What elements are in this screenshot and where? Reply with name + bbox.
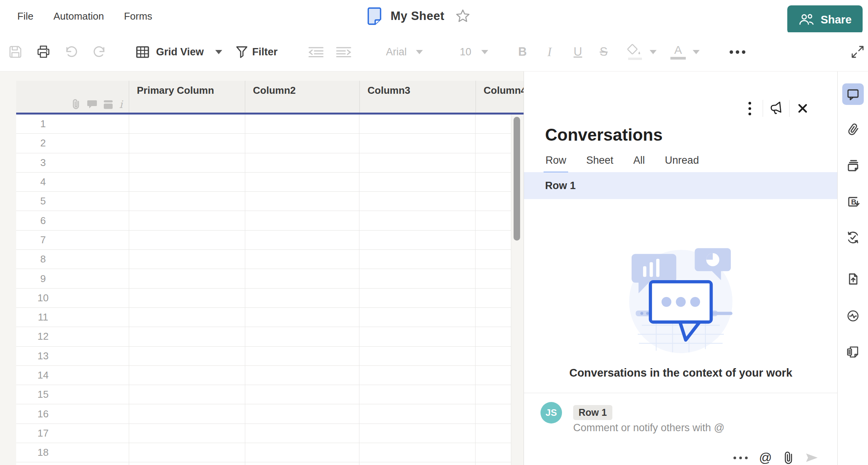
grid-cell[interactable] [245, 424, 359, 443]
grid-cell[interactable] [359, 385, 475, 404]
kebab-menu-button[interactable] [740, 102, 760, 115]
grid-cell[interactable] [245, 173, 359, 191]
menu-forms[interactable]: Forms [124, 10, 152, 22]
fill-color-button[interactable] [627, 32, 657, 71]
grid-cell[interactable] [245, 404, 359, 423]
underline-button[interactable]: U [574, 32, 582, 71]
grid-cell[interactable] [245, 327, 359, 346]
row-number[interactable]: 8 [16, 250, 129, 269]
grid-cell[interactable] [245, 211, 359, 230]
grid-cell[interactable] [475, 231, 511, 249]
row-number[interactable]: 15 [16, 385, 129, 404]
row-number[interactable]: 17 [16, 424, 129, 443]
grid-cell[interactable] [359, 424, 475, 443]
grid-cell[interactable] [129, 231, 245, 249]
grid-cell[interactable] [359, 134, 475, 153]
menu-file[interactable]: File [17, 10, 33, 22]
grid-cell[interactable] [359, 327, 475, 346]
grid-cell[interactable] [475, 404, 511, 423]
grid-cell[interactable] [245, 443, 359, 462]
grid-cell[interactable] [359, 347, 475, 365]
row-number[interactable]: 14 [16, 366, 129, 385]
grid-cell[interactable] [475, 443, 511, 462]
grid-cell[interactable] [359, 366, 475, 385]
rail-activity-log-button[interactable] [842, 305, 864, 327]
grid-cell[interactable] [129, 424, 245, 443]
grid-cell[interactable] [359, 115, 475, 133]
grid-cell[interactable] [129, 250, 245, 269]
redo-button[interactable] [92, 32, 107, 71]
view-selector[interactable]: Grid View [135, 32, 222, 71]
grid-cell[interactable] [359, 443, 475, 462]
grid-cell[interactable] [245, 289, 359, 307]
grid-cell[interactable] [359, 250, 475, 269]
font-size-selector[interactable]: 10 [460, 32, 488, 71]
at-mention-icon[interactable]: @ [759, 450, 772, 465]
grid-cell[interactable] [359, 462, 475, 465]
vertical-scrollbar[interactable] [514, 117, 520, 241]
conversation-row-item[interactable]: Row 1 [524, 172, 838, 199]
indent-button[interactable] [335, 32, 352, 71]
sheet-title[interactable]: My Sheet [391, 9, 444, 23]
column-header[interactable]: Column2 [245, 81, 359, 113]
grid-cell[interactable] [475, 269, 511, 288]
column-header[interactable]: Column3 [359, 81, 476, 113]
font-family-selector[interactable]: Arial [386, 32, 423, 71]
rail-sheet-summary-button[interactable] [842, 341, 864, 362]
grid-cell[interactable] [475, 153, 511, 172]
grid-cell[interactable] [359, 153, 475, 172]
row-number[interactable]: 16 [16, 404, 129, 423]
attach-icon[interactable] [783, 451, 793, 464]
print-button[interactable] [36, 32, 51, 71]
grid-cell[interactable] [475, 385, 511, 404]
row-number[interactable]: 4 [16, 173, 129, 191]
grid-cell[interactable] [475, 134, 511, 153]
grid-cell[interactable] [245, 366, 359, 385]
star-icon[interactable] [455, 8, 471, 24]
undo-button[interactable] [64, 32, 78, 71]
row-number[interactable]: 9 [16, 269, 129, 288]
grid-cell[interactable] [129, 327, 245, 346]
tab-row[interactable]: Row [544, 154, 568, 174]
grid-cell[interactable] [475, 366, 511, 385]
grid-cell[interactable] [245, 385, 359, 404]
expand-button[interactable] [850, 32, 865, 71]
grid-cell[interactable] [475, 173, 511, 191]
tab-unread[interactable]: Unread [663, 154, 701, 174]
grid-cell[interactable] [475, 462, 511, 465]
grid-cell[interactable] [359, 289, 475, 307]
grid-cell[interactable] [475, 211, 511, 230]
row-number[interactable]: 10 [16, 289, 129, 307]
grid-cell[interactable] [245, 250, 359, 269]
grid-cell[interactable] [475, 250, 511, 269]
row-number[interactable]: 13 [16, 347, 129, 365]
column-header[interactable]: Primary Column [129, 81, 245, 113]
send-icon[interactable] [805, 452, 819, 463]
grid-cell[interactable] [129, 153, 245, 172]
row-number[interactable]: 2 [16, 134, 129, 153]
grid-cell[interactable] [129, 385, 245, 404]
grid-cell[interactable] [245, 347, 359, 365]
grid-cell[interactable] [245, 134, 359, 153]
grid-cell[interactable] [129, 404, 245, 423]
rail-update-requests-button[interactable] [842, 227, 864, 248]
grid-cell[interactable] [129, 289, 245, 307]
row-number[interactable] [16, 462, 129, 465]
grid-cell[interactable] [129, 115, 245, 133]
italic-button[interactable]: I [547, 32, 552, 71]
row-number[interactable]: 11 [16, 308, 129, 327]
grid-cell[interactable] [245, 153, 359, 172]
grid-cell[interactable] [475, 424, 511, 443]
save-button[interactable] [8, 32, 22, 71]
announcements-button[interactable] [766, 100, 786, 116]
grid-cell[interactable] [245, 269, 359, 288]
rail-attachments-button[interactable] [842, 119, 864, 141]
row-number[interactable]: 5 [16, 192, 129, 211]
close-panel-button[interactable] [793, 103, 813, 114]
grid-cell[interactable] [359, 404, 475, 423]
tab-all[interactable]: All [632, 154, 647, 174]
grid-cell[interactable] [129, 308, 245, 327]
rail-brandfolder-button[interactable]: B [842, 191, 864, 213]
grid-cell[interactable] [245, 192, 359, 211]
row-number[interactable]: 6 [16, 211, 129, 230]
